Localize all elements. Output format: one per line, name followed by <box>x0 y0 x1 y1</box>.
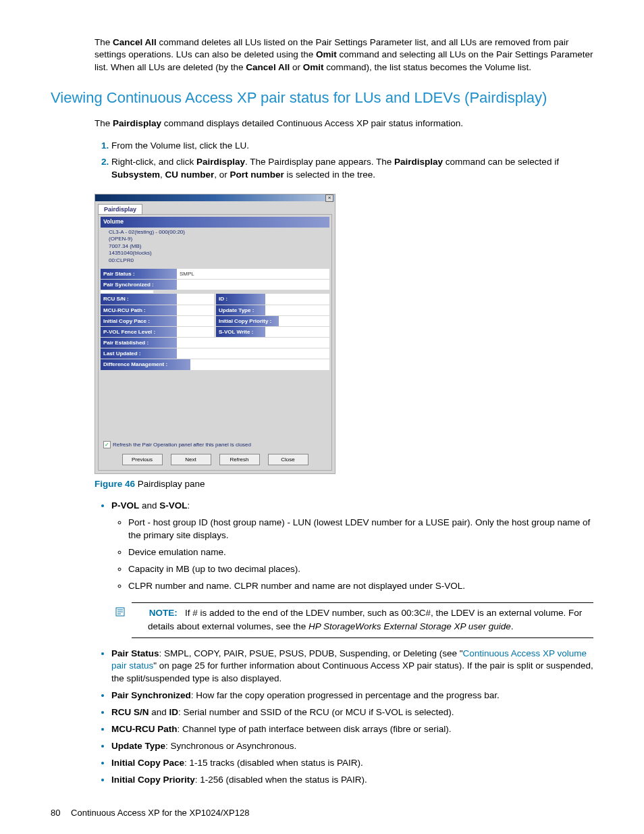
step-1: From the Volume list, click the LU. <box>111 140 593 153</box>
close-button[interactable]: Close <box>268 454 308 465</box>
svol-write-label: S-VOL Write : <box>216 327 265 337</box>
volume-info: CL3-A - 02(testing) - 000(00:20) (OPEN-9… <box>101 228 329 268</box>
pairdisplay-dialog: × Pairdisplay Volume CL3-A - 02(testing)… <box>95 194 336 475</box>
pvol-fence-label: P-VOL Fence Level : <box>101 327 177 337</box>
mcu-rcu-path-item: MCU-RCU Path: Channel type of path inter… <box>111 723 593 736</box>
pair-status-value: SMPL <box>177 269 329 279</box>
close-icon[interactable]: × <box>325 194 333 202</box>
note-icon <box>132 607 142 621</box>
steps-list: From the Volume list, click the LU. Righ… <box>95 140 593 182</box>
update-type-label: Update Type : <box>216 305 265 315</box>
pair-status-item: Pair Status: SMPL, COPY, PAIR, PSUE, PSU… <box>111 648 593 686</box>
last-updated-label: Last Updated : <box>101 348 177 359</box>
initial-copy-priority-label: Initial Copy Priority : <box>216 316 279 326</box>
step-2: Right-click, and click Pairdisplay. The … <box>111 156 593 182</box>
rcu-id-item: RCU S/N and ID: Serial number and SSID o… <box>111 706 593 719</box>
pair-sync-value <box>177 280 329 290</box>
pair-established-label: Pair Established : <box>101 338 177 348</box>
next-button[interactable]: Next <box>171 454 211 465</box>
refresh-button[interactable]: Refresh <box>219 454 260 465</box>
update-type-item: Update Type: Synchronous or Asynchronous… <box>111 740 593 753</box>
pair-sync-label: Pair Synchronized : <box>101 280 177 290</box>
intro-paragraph: The Cancel All command deletes all LUs l… <box>95 36 593 75</box>
previous-button[interactable]: Previous <box>122 454 163 465</box>
initial-copy-pace-item: Initial Copy Pace: 1-15 tracks (disabled… <box>111 757 593 770</box>
page-footer: 80 Continuous Access XP for the XP1024/X… <box>51 807 593 819</box>
dialog-titlebar: × <box>95 194 335 201</box>
description-list: P-VOL and S-VOL: Port - host group ID (h… <box>101 500 593 786</box>
initial-copy-pace-label: Initial Copy Pace : <box>101 316 177 326</box>
pairdisplay-tab[interactable]: Pairdisplay <box>98 204 142 215</box>
footer-text: Continuous Access XP for the XP1024/XP12… <box>71 808 249 818</box>
pair-sync-item: Pair Synchronized: How far the copy oper… <box>111 689 593 702</box>
page-number: 80 <box>51 808 60 818</box>
section-heading: Viewing Continuous Access XP pair status… <box>51 88 593 109</box>
refresh-checkbox-row[interactable]: ✓ Refresh the Pair Operation panel after… <box>101 441 329 448</box>
volume-header: Volume <box>101 217 329 228</box>
figure-caption: Figure 46 Pairdisplay pane <box>95 478 593 491</box>
rcu-sn-label: RCU S/N : <box>101 294 177 304</box>
pvol-svol-item: P-VOL and S-VOL: Port - host group ID (h… <box>111 500 593 637</box>
initial-copy-priority-item: Initial Copy Priority: 1-256 (disabled w… <box>111 774 593 787</box>
note-box: NOTE: If # is added to the end of the LD… <box>132 602 593 638</box>
diff-mgmt-label: Difference Management : <box>101 359 190 369</box>
refresh-checkbox[interactable]: ✓ <box>103 441 111 448</box>
mcu-rcu-path-label: MCU-RCU Path : <box>101 305 177 315</box>
pairdisplay-intro: The Pairdisplay command displays detaile… <box>95 118 593 130</box>
id-label: ID : <box>216 294 265 304</box>
pair-status-label: Pair Status : <box>101 269 177 279</box>
